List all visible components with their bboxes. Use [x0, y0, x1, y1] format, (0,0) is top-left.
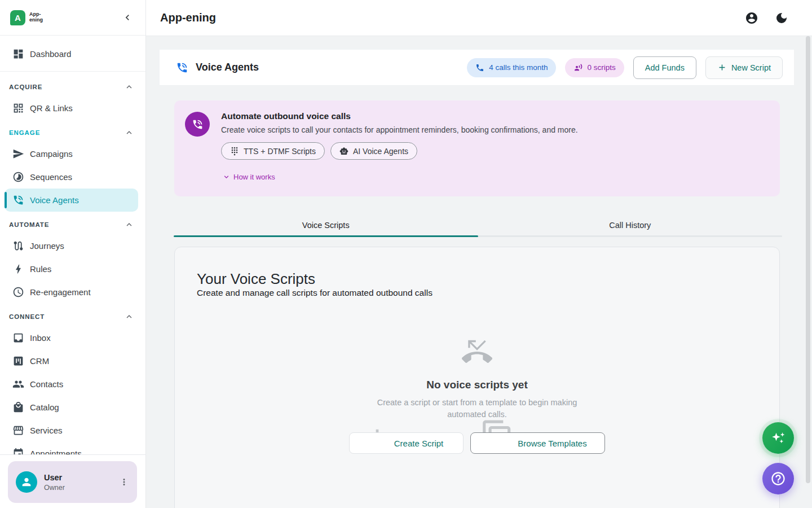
- user-name: User: [44, 473, 117, 482]
- plus-icon: [717, 63, 727, 72]
- section-label: ACQUIRE: [9, 84, 42, 90]
- qr-code-icon: [12, 102, 24, 114]
- browse-templates-button[interactable]: Browse Templates: [470, 432, 605, 454]
- phone-in-talk-icon: [176, 62, 188, 74]
- dashboard-icon: [12, 48, 24, 60]
- sidebar-item-sequences[interactable]: Sequences: [0, 165, 145, 189]
- calendar-icon: [12, 448, 24, 454]
- how-it-works-label: How it works: [233, 173, 275, 181]
- sidebar-item-re-engagement[interactable]: Re-engagement: [0, 281, 145, 304]
- sidebar-item-qr-links[interactable]: QR & Links: [0, 97, 145, 120]
- sidebar-item-crm[interactable]: CRM: [0, 349, 145, 373]
- phone-missed-icon: [462, 336, 492, 367]
- user-card[interactable]: User Owner: [8, 461, 137, 503]
- panel-subtitle: Create and manage call scripts for autom…: [197, 288, 433, 298]
- moon-icon[interactable]: [775, 11, 788, 25]
- empty-state-title: No voice scripts yet: [175, 379, 779, 391]
- tab-bar: Voice Scripts Call History: [174, 213, 782, 237]
- user-avatar: [16, 471, 37, 493]
- sidebar-section-acquire[interactable]: ACQUIRE: [0, 77, 145, 97]
- sidebar-section-engage[interactable]: ENGAGE: [0, 123, 145, 142]
- kanban-icon: [12, 355, 24, 367]
- sidebar-item-journeys[interactable]: Journeys: [0, 234, 145, 257]
- sidebar-item-label: Services: [30, 426, 63, 435]
- section-label: AUTOMATE: [9, 221, 49, 228]
- sidebar-item-voice-agents[interactable]: Voice Agents: [5, 189, 138, 212]
- tab-underline: [478, 235, 783, 237]
- sidebar-item-rules[interactable]: Rules: [0, 257, 145, 281]
- toolbar-left: Voice Agents: [176, 62, 467, 74]
- storefront-icon: [12, 424, 24, 436]
- sidebar-item-catalog[interactable]: Catalog: [0, 396, 145, 419]
- banner-title: Automate outbound voice calls: [221, 111, 351, 121]
- sidebar-item-label: Appointments: [30, 449, 82, 454]
- ai-assistant-fab[interactable]: [762, 422, 794, 454]
- sidebar-item-campaigns[interactable]: Campaigns: [0, 142, 145, 165]
- app-logo-letter: A: [15, 13, 21, 23]
- bolt-icon: [12, 263, 24, 275]
- sparkles-icon: [770, 430, 786, 446]
- app-logo-text: App- ening: [29, 12, 120, 23]
- banner-phone-badge: [185, 112, 210, 137]
- ai-voice-agents-chip[interactable]: AI Voice Agents: [330, 142, 417, 160]
- sidebar-item-appointments[interactable]: Appointments: [0, 442, 145, 454]
- shopping-bag-icon: [12, 401, 24, 413]
- section-title: Voice Agents: [196, 62, 259, 73]
- chevron-up-icon: [124, 312, 134, 322]
- sidebar-item-services[interactable]: Services: [0, 419, 145, 442]
- scripts-badge-label: 0 scripts: [587, 63, 615, 72]
- how-it-works-link[interactable]: How it works: [222, 173, 275, 181]
- sidebar: A App- ening Dashboard ACQUIRE QR & Link…: [0, 0, 146, 508]
- robot-icon: [339, 147, 348, 156]
- active-indicator: [5, 192, 7, 208]
- sidebar-item-label: Voice Agents: [30, 195, 79, 205]
- panel-title: Your Voice Scripts: [197, 270, 315, 288]
- user-role: Owner: [44, 484, 117, 492]
- sidebar-nav: Dashboard ACQUIRE QR & Links ENGAGE Camp…: [0, 36, 145, 454]
- sidebar-item-dashboard[interactable]: Dashboard: [0, 42, 145, 65]
- create-script-button[interactable]: Create Script: [349, 432, 464, 454]
- account-circle-icon[interactable]: [745, 11, 758, 25]
- sidebar-user-area: User Owner: [0, 454, 145, 508]
- phone-in-talk-icon: [192, 119, 204, 130]
- scrollbar-thumb[interactable]: [806, 36, 810, 483]
- help-fab[interactable]: [762, 463, 794, 494]
- people-icon: [12, 378, 24, 390]
- sidebar-item-label: QR & Links: [30, 103, 73, 113]
- sidebar-item-label: Dashboard: [30, 49, 71, 59]
- tts-dtmf-chip[interactable]: TTS + DTMF Scripts: [221, 142, 325, 160]
- sidebar-item-label: Contacts: [30, 379, 63, 389]
- sidebar-item-label: Catalog: [30, 402, 59, 412]
- user-menu-button[interactable]: [117, 475, 131, 489]
- sidebar-section-connect[interactable]: CONNECT: [0, 307, 145, 326]
- sidebar-item-inbox[interactable]: Inbox: [0, 326, 145, 349]
- add-funds-label: Add Funds: [645, 63, 685, 72]
- sidebar-item-label: CRM: [30, 356, 49, 366]
- more-vert-icon: [119, 477, 129, 487]
- browse-templates-label: Browse Templates: [518, 439, 586, 448]
- route-icon: [12, 240, 24, 252]
- add-funds-button[interactable]: Add Funds: [633, 56, 696, 79]
- calls-badge-label: 4 calls this month: [489, 63, 548, 72]
- new-script-button[interactable]: New Script: [705, 56, 783, 79]
- tab-label: Voice Scripts: [302, 221, 350, 230]
- tab-voice-scripts[interactable]: Voice Scripts: [174, 213, 478, 237]
- tab-call-history[interactable]: Call History: [478, 213, 783, 237]
- chevron-up-icon: [124, 82, 134, 92]
- sidebar-item-label: Journeys: [30, 241, 64, 251]
- send-icon: [12, 148, 24, 160]
- tab-label: Call History: [609, 221, 651, 230]
- voice-scripts-panel: Your Voice Scripts Create and manage cal…: [174, 247, 780, 508]
- empty-state-description: Create a script or start from a template…: [367, 397, 587, 421]
- section-label: CONNECT: [9, 313, 45, 320]
- record-voice-over-icon: [573, 63, 582, 72]
- divider: [0, 71, 145, 72]
- sidebar-section-automate[interactable]: AUTOMATE: [0, 215, 145, 234]
- sidebar-item-label: Inbox: [30, 333, 51, 343]
- top-header: App-ening: [146, 0, 812, 36]
- create-script-label: Create Script: [394, 439, 444, 448]
- section-label: ENGAGE: [9, 129, 40, 136]
- sidebar-collapse-button[interactable]: [120, 10, 135, 25]
- sidebar-item-contacts[interactable]: Contacts: [0, 373, 145, 396]
- banner-chips: TTS + DTMF Scripts AI Voice Agents: [221, 142, 417, 160]
